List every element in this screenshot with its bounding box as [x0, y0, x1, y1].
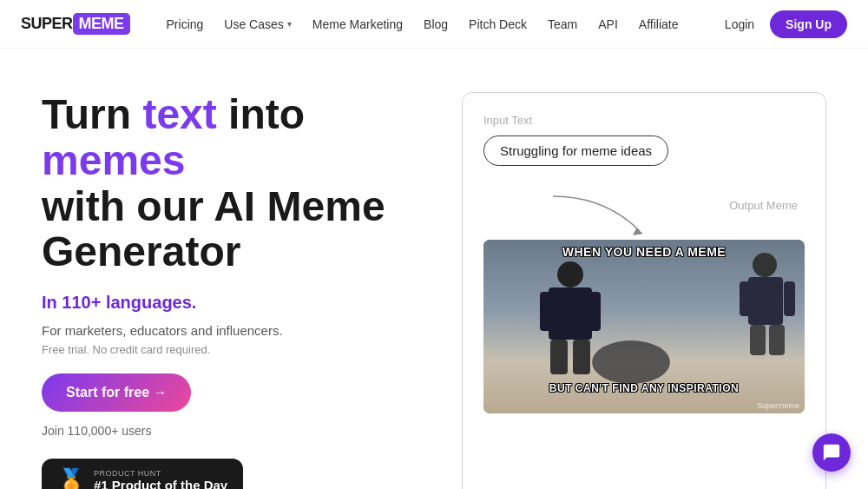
nav-affiliate[interactable]: Affiliate: [630, 12, 687, 36]
nav-pitch-deck[interactable]: Pitch Deck: [460, 12, 536, 36]
meme-watermark: Supermeme: [757, 401, 799, 410]
navbar: SUPERMEME Pricing Use Cases ▾ Meme Marke…: [0, 0, 868, 49]
connector-area: Output Meme: [483, 192, 805, 240]
ph-text: PRODUCT HUNT #1 Product of the Day: [94, 469, 227, 489]
nav-blog[interactable]: Blog: [415, 12, 457, 36]
nav-use-cases[interactable]: Use Cases ▾: [215, 12, 299, 36]
signup-button[interactable]: Sign Up: [770, 10, 847, 38]
meme-image: WHEN YOU NEED A MEME BUT CAN'T FIND ANY …: [483, 240, 805, 413]
input-text-box: Struggling for meme ideas: [483, 135, 668, 166]
logo-meme: MEME: [73, 13, 130, 35]
demo-panel: Input Text Struggling for meme ideas Out…: [462, 92, 826, 489]
svg-rect-3: [540, 292, 553, 331]
hero-subtitle: For marketers, educators and influencers…: [42, 323, 427, 338]
chevron-down-icon: ▾: [287, 19, 292, 29]
hero-title-text: text: [142, 91, 216, 137]
meme-output: WHEN YOU NEED A MEME BUT CAN'T FIND ANY …: [483, 240, 805, 413]
nav-actions: Login Sign Up: [716, 10, 847, 38]
nav-use-cases-label: Use Cases: [224, 17, 283, 31]
hero-section: Turn text into memeswith our AI Meme Gen…: [42, 92, 427, 489]
input-text-value: Struggling for meme ideas: [500, 143, 652, 158]
start-free-button[interactable]: Start for free →: [42, 373, 191, 412]
meme-bottom-text: BUT CAN'T FIND ANY INSPIRATION: [483, 382, 805, 394]
hero-title-memes: memes: [42, 137, 185, 183]
output-meme-label: Output Meme: [729, 199, 798, 212]
svg-rect-2: [549, 287, 592, 340]
curved-arrow: [536, 192, 709, 240]
logo[interactable]: SUPERMEME: [21, 13, 130, 35]
ph-tag: PRODUCT HUNT: [94, 469, 227, 478]
input-text-label: Input Text: [483, 114, 805, 127]
nav-meme-marketing[interactable]: Meme Marketing: [304, 12, 411, 36]
svg-rect-4: [588, 292, 601, 331]
chat-icon: [822, 443, 841, 462]
ph-badge: #1 Product of the Day: [94, 478, 227, 489]
nav-api[interactable]: API: [589, 12, 627, 36]
hero-title-part3: with our AI Meme Generator: [42, 183, 385, 275]
nav-team[interactable]: Team: [539, 12, 586, 36]
hero-title: Turn text into memeswith our AI Meme Gen…: [42, 92, 427, 275]
svg-rect-11: [750, 325, 766, 355]
svg-rect-9: [740, 281, 751, 316]
svg-rect-12: [769, 325, 785, 355]
hero-users-count: Join 110,000+ users: [42, 424, 427, 438]
svg-rect-1: [557, 261, 583, 287]
meme-top-text: WHEN YOU NEED A MEME: [483, 245, 805, 259]
meme-figure-right: [735, 253, 796, 360]
main-content: Turn text into memeswith our AI Meme Gen…: [0, 49, 868, 489]
hero-languages: In 110+ languages.: [42, 293, 427, 313]
hero-title-part2: into: [217, 91, 305, 137]
svg-rect-8: [748, 277, 783, 325]
hero-title-part1: Turn: [42, 91, 142, 137]
product-hunt-badge[interactable]: 🏅 PRODUCT HUNT #1 Product of the Day: [42, 459, 243, 489]
login-button[interactable]: Login: [716, 12, 763, 36]
svg-rect-5: [550, 340, 568, 374]
chat-button[interactable]: [812, 433, 851, 472]
medal-icon: 🏅: [57, 467, 85, 489]
nav-pricing[interactable]: Pricing: [158, 12, 213, 36]
svg-rect-10: [784, 281, 795, 316]
hero-free-trial: Free trial. No credit card required.: [42, 343, 427, 356]
svg-point-13: [592, 340, 670, 384]
nav-links: Pricing Use Cases ▾ Meme Marketing Blog …: [158, 12, 716, 36]
logo-super: SUPER: [21, 15, 73, 33]
